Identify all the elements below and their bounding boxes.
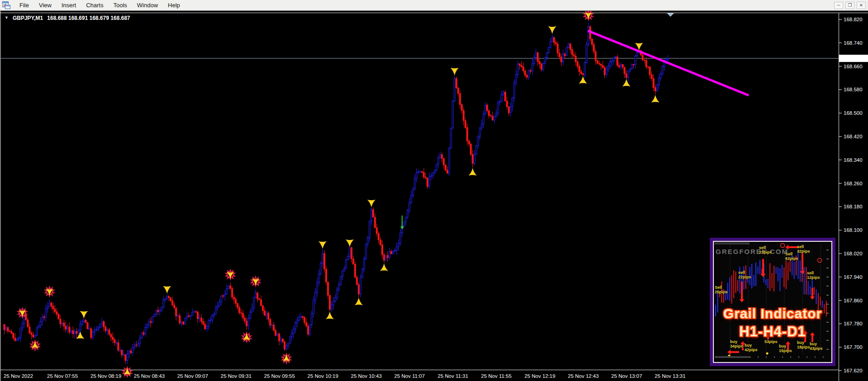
sell-arrow-head-icon	[401, 226, 404, 229]
candle	[602, 66, 604, 68]
price-tick-label: 168.740	[844, 40, 863, 46]
symbol-timeframe: GBPJPY,M1	[13, 15, 43, 21]
candle	[199, 318, 200, 319]
candle	[123, 355, 124, 355]
candle	[300, 316, 302, 317]
symbol-dropdown-arrow-icon: ▼	[5, 15, 9, 20]
candle	[421, 172, 423, 173]
candle	[306, 323, 307, 326]
trendline[interactable]	[589, 31, 748, 95]
menu-tools[interactable]: Tools	[108, 0, 132, 10]
candle	[660, 74, 661, 78]
candle	[195, 312, 197, 312]
chart-shift-icon[interactable]	[667, 13, 674, 17]
candle	[141, 333, 142, 338]
candle	[152, 316, 153, 323]
candle	[495, 113, 497, 116]
candle	[20, 328, 21, 338]
candle	[472, 155, 473, 164]
candle	[179, 315, 180, 323]
candle	[293, 329, 294, 333]
candle	[505, 92, 506, 101]
candle	[550, 42, 551, 47]
time-tick-label: 25 Nov 11:55	[481, 373, 512, 379]
candle	[29, 327, 30, 333]
candle	[251, 308, 253, 312]
candle	[244, 318, 245, 321]
star-marker	[368, 200, 376, 207]
menu-insert[interactable]: Insert	[57, 0, 81, 10]
candle	[552, 38, 553, 42]
promo-signal-label: buy42pips	[745, 343, 758, 352]
candle	[448, 148, 450, 173]
candle	[224, 294, 226, 296]
time-tick-label: 25 Nov 08:19	[90, 373, 121, 379]
candle	[298, 317, 300, 320]
price-tick-label: 168.260	[844, 181, 863, 186]
candle	[289, 337, 291, 343]
candle	[231, 288, 233, 297]
candle	[398, 244, 399, 247]
candle	[172, 301, 173, 305]
price-tick-label: 167.940	[844, 274, 863, 280]
candle	[125, 355, 126, 361]
candle	[494, 116, 495, 120]
candle	[438, 158, 439, 164]
time-tick-label: 25 Nov 10:19	[307, 373, 338, 379]
minimize-icon[interactable]: ─	[834, 2, 843, 9]
candle	[83, 320, 85, 322]
candle	[278, 334, 280, 341]
candle	[622, 65, 623, 67]
candle	[537, 53, 538, 62]
candle	[479, 128, 481, 136]
candle	[559, 53, 560, 57]
menu-file[interactable]: File	[14, 0, 34, 10]
candle	[181, 322, 182, 323]
candle	[262, 306, 264, 311]
candle	[235, 299, 236, 303]
candle	[369, 221, 370, 238]
menu-charts[interactable]: Charts	[81, 0, 108, 10]
menu-window[interactable]: Window	[132, 0, 163, 10]
promo-signal-label: sell32pips	[797, 245, 810, 254]
time-tick-label: 25 Nov 13:07	[611, 373, 642, 379]
restore-icon[interactable]: ❐	[845, 2, 854, 9]
candle	[416, 173, 417, 179]
promo-dot-icon	[766, 353, 769, 355]
candle	[510, 107, 511, 113]
candle	[588, 27, 589, 44]
candle	[222, 296, 224, 296]
candle	[358, 285, 359, 294]
promo-watermark: GREGFOREX.COM	[716, 248, 788, 255]
chart-title: ▼ GBPJPY,M1 168.688 168.691 168.679 168.…	[5, 15, 130, 21]
promo-signal-label: buy18pips	[797, 340, 810, 349]
candle	[58, 314, 59, 319]
candle	[564, 54, 566, 56]
candle	[347, 256, 349, 260]
candle	[177, 315, 179, 316]
candle	[649, 67, 651, 75]
candle	[260, 300, 262, 306]
candle	[338, 285, 340, 289]
candle	[450, 128, 452, 148]
candle	[67, 327, 68, 329]
candle	[477, 136, 479, 146]
candle	[593, 44, 594, 52]
candle	[604, 68, 605, 75]
candle	[184, 318, 186, 325]
candle	[108, 330, 110, 334]
candle	[80, 324, 81, 330]
candle	[302, 316, 303, 317]
candle	[445, 165, 446, 170]
menu-help[interactable]: Help	[163, 0, 185, 10]
close-icon[interactable]: ✕	[857, 2, 866, 9]
candle	[586, 44, 587, 63]
candle	[269, 319, 271, 325]
candle	[137, 343, 139, 345]
candle	[114, 339, 115, 343]
menu-view[interactable]: View	[34, 0, 57, 10]
candle	[354, 264, 356, 278]
candle	[647, 67, 649, 67]
candle	[280, 339, 282, 341]
candle	[655, 88, 656, 91]
